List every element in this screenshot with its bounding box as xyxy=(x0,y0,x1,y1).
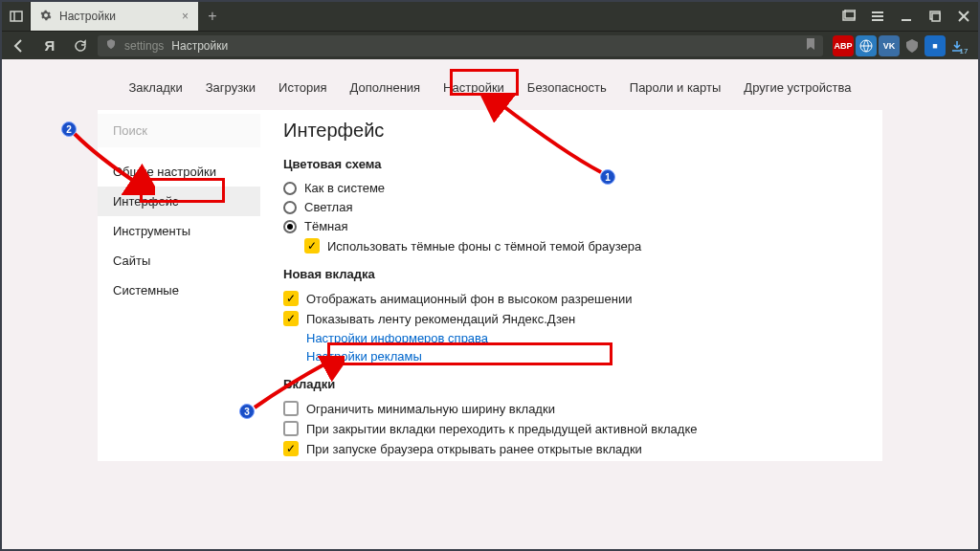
tab-history[interactable]: История xyxy=(278,77,326,99)
bookmark-icon[interactable] xyxy=(806,38,815,53)
addr-text: Настройки xyxy=(171,39,228,53)
address-bar[interactable]: settings Настройки xyxy=(98,35,823,56)
tab-title: Настройки xyxy=(59,10,116,23)
new-tab-button[interactable]: + xyxy=(198,2,227,31)
check-zen[interactable]: Показывать ленту рекомендаций Яндекс.Дзе… xyxy=(283,311,859,326)
overview-button[interactable] xyxy=(835,2,863,31)
shield-icon xyxy=(105,38,117,53)
tab-passwords[interactable]: Пароли и карты xyxy=(630,77,722,99)
window-titlebar: Настройки × + xyxy=(2,2,978,31)
sidebar-item-general[interactable]: Общие настройки xyxy=(98,157,260,187)
annotation-badge-2: 2 xyxy=(61,121,77,137)
tab-settings[interactable]: Настройки xyxy=(443,77,504,99)
browser-tab[interactable]: Настройки × xyxy=(31,2,198,31)
check-hires-bg[interactable]: Отображать анимационный фон в высоком ра… xyxy=(283,291,859,306)
close-button[interactable] xyxy=(949,2,978,31)
ext-blue-icon[interactable]: ■ xyxy=(924,35,946,56)
radio-light[interactable]: Светлая xyxy=(283,200,859,214)
pane-heading: Интерфейс xyxy=(283,120,859,142)
section-color-scheme: Цветовая схема xyxy=(283,157,859,171)
yandex-home-button[interactable]: Я xyxy=(36,33,63,59)
sidebar-search[interactable]: Поиск xyxy=(98,114,260,147)
ext-vk-icon[interactable]: VK xyxy=(879,35,900,56)
tab-bookmarks[interactable]: Закладки xyxy=(128,77,182,99)
settings-sidebar: Поиск Общие настройки Интерфейс Инструме… xyxy=(98,110,260,461)
settings-pane: Интерфейс Цветовая схема Как в системе С… xyxy=(260,110,882,461)
nav-bar: Я settings Настройки ABP VK ■ 17 xyxy=(2,31,978,59)
downloads-button[interactable]: 17 xyxy=(947,33,974,59)
check-restore[interactable]: При запуске браузера открывать ранее отк… xyxy=(283,441,859,456)
ext-shield-icon[interactable] xyxy=(902,35,923,56)
check-prev-active[interactable]: При закрытии вкладки переходить к предыд… xyxy=(283,421,859,436)
sidebar-item-tools[interactable]: Инструменты xyxy=(98,216,260,246)
radio-dark[interactable]: Тёмная xyxy=(283,219,859,233)
ext-globe-icon[interactable] xyxy=(856,35,877,56)
tab-security[interactable]: Безопасность xyxy=(527,77,607,99)
section-new-tab: Новая вкладка xyxy=(283,267,859,281)
sidebar-item-interface[interactable]: Интерфейс xyxy=(98,187,260,216)
back-button[interactable] xyxy=(6,33,33,59)
ext-adblock-icon[interactable]: ABP xyxy=(833,35,854,56)
check-dark-bg[interactable]: Использовать тёмные фоны с тёмной темой … xyxy=(304,238,859,253)
svg-rect-9 xyxy=(932,13,940,21)
sidebar-item-system[interactable]: Системные xyxy=(98,276,260,305)
sidebar-toggle-button[interactable] xyxy=(2,2,31,31)
reload-button[interactable] xyxy=(67,33,94,59)
maximize-button[interactable] xyxy=(921,2,949,31)
link-informers[interactable]: Настройки информеров справа xyxy=(306,331,859,345)
settings-tabs: Закладки Загрузки История Дополнения Нас… xyxy=(128,59,851,110)
link-ads[interactable]: Настройки рекламы xyxy=(306,349,859,364)
tab-downloads[interactable]: Загрузки xyxy=(206,77,256,99)
annotation-badge-1: 1 xyxy=(600,169,615,185)
svg-rect-0 xyxy=(11,11,22,21)
tab-other-devices[interactable]: Другие устройства xyxy=(744,77,851,99)
section-tabs: Вкладки xyxy=(283,377,859,391)
gear-icon xyxy=(40,10,52,24)
check-min-width[interactable]: Ограничить минимальную ширину вкладки xyxy=(283,401,859,416)
tab-close-button[interactable]: × xyxy=(182,10,189,23)
addr-prefix: settings xyxy=(124,39,164,53)
menu-button[interactable] xyxy=(863,2,892,31)
annotation-badge-3: 3 xyxy=(239,404,255,419)
tab-addons[interactable]: Дополнения xyxy=(349,77,420,99)
minimize-button[interactable] xyxy=(892,2,921,31)
radio-system[interactable]: Как в системе xyxy=(283,181,859,195)
sidebar-item-sites[interactable]: Сайты xyxy=(98,246,260,276)
